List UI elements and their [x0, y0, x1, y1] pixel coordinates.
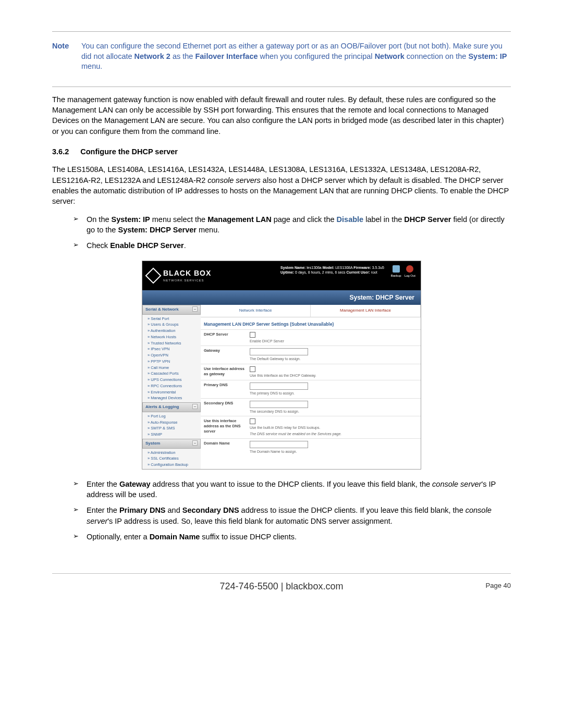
row-use-interface-gateway: Use interface address as gateway Use thi… — [201, 364, 421, 380]
logout-icon — [406, 265, 413, 273]
ss-sb-list-2: Port LogAuto-ResponseSMTP & SMSSNMP — [142, 412, 201, 439]
sidebar-item[interactable]: Auto-Response — [142, 419, 201, 426]
ss-sb-list-1: Serial PortUsers & GroupsAuthenticationN… — [142, 315, 201, 403]
tab-network-interface[interactable]: Network Interface — [201, 305, 311, 317]
bullet-item-2: Check Enable DHCP Server. — [73, 240, 511, 251]
sidebar-item[interactable]: Authentication — [142, 328, 201, 334]
ss-sb-header-alerts[interactable]: Alerts & Logging — [142, 402, 201, 412]
domain-name-input[interactable] — [250, 441, 308, 448]
use-interface-dns-checkbox[interactable] — [250, 418, 255, 424]
embedded-screenshot: BLACK BOX NETWORK SERVICES System Name: … — [142, 261, 421, 470]
ss-logo-text: BLACK BOX — [163, 268, 211, 278]
ss-section-title: Management LAN DHCP Server Settings (Sub… — [201, 317, 421, 329]
backup-icon — [393, 265, 400, 273]
note-box: Note You can configure the second Ethern… — [52, 37, 511, 76]
section-title: Configure the DHCP server — [80, 147, 178, 156]
ss-logo-sub: NETWORK SERVICES — [163, 278, 211, 282]
logout-button[interactable]: Log Out — [405, 265, 415, 278]
tab-management-lan[interactable]: Management LAN Interface — [311, 305, 421, 317]
row-use-interface-dns: Use this interface address as the DNS se… — [201, 416, 421, 438]
sidebar-item[interactable]: UPS Connections — [142, 377, 201, 383]
enable-dhcp-checkbox[interactable] — [250, 332, 255, 338]
use-interface-gateway-checkbox[interactable] — [250, 366, 255, 372]
section-heading: 3.6.2Configure the DHCP server — [52, 147, 511, 157]
section-number: 3.6.2 — [52, 147, 80, 156]
ss-sb-header-system[interactable]: System — [142, 439, 201, 449]
sidebar-item[interactable]: Port Log — [142, 413, 201, 419]
sidebar-item[interactable]: Serial Port — [142, 316, 201, 322]
ss-header-icons: Backup Log Out — [391, 265, 415, 278]
paragraph-2: The LES1508A, LES1408A, LES1416A, LES143… — [52, 164, 511, 206]
page-footer: 724-746-5500 | blackbox.com Page 40 — [52, 573, 511, 593]
gateway-input[interactable] — [250, 348, 308, 355]
ss-sb-list-3: AdministrationSSL CertificatesConfigurat… — [142, 449, 201, 469]
row-dhcp-server: DHCP Server Enable DHCP Server — [201, 329, 421, 346]
sidebar-item[interactable]: Environmental — [142, 389, 201, 396]
bullet-item-3: Enter the Gateway address that you want … — [73, 479, 511, 500]
note-label: Note — [52, 41, 81, 72]
sidebar-item[interactable]: Network Hosts — [142, 334, 201, 340]
footer-page-number: Page 40 — [486, 581, 511, 590]
diamond-icon — [145, 267, 161, 283]
sidebar-item[interactable]: Managed Devices — [142, 395, 201, 401]
bullet-item-4: Enter the Primary DNS and Secondary DNS … — [73, 505, 511, 526]
sidebar-item[interactable]: Users & Groups — [142, 322, 201, 328]
note-text: You can configure the second Ethernet po… — [81, 41, 511, 72]
ss-sb-header-serial[interactable]: Serial & Network — [142, 305, 201, 315]
bullet-item-1: On the System: IP menu select the Manage… — [73, 214, 511, 236]
ss-page-title: System: DHCP Server — [142, 290, 421, 305]
ss-header: BLACK BOX NETWORK SERVICES System Name: … — [142, 261, 421, 290]
row-secondary-dns: Secondary DNS The secondary DNS to assig… — [201, 398, 421, 416]
sidebar-item[interactable]: Trusted Networks — [142, 340, 201, 347]
row-primary-dns: Primary DNS The primary DNS to assign. — [201, 380, 421, 398]
sidebar-item[interactable]: OpenVPN — [142, 352, 201, 359]
sidebar-item[interactable]: RPC Connections — [142, 383, 201, 389]
sidebar-item[interactable]: SNMP — [142, 431, 201, 438]
sidebar-item[interactable]: Administration — [142, 450, 201, 456]
ss-logo: BLACK BOX NETWORK SERVICES — [148, 268, 211, 282]
row-gateway: Gateway The Default Gateway to assign. — [201, 346, 421, 363]
sidebar-item[interactable]: Call Home — [142, 365, 201, 371]
top-rule — [52, 31, 511, 32]
sidebar-item[interactable]: Configuration Backup — [142, 462, 201, 468]
backup-button[interactable]: Backup — [391, 265, 401, 278]
sidebar-item[interactable]: Cascaded Ports — [142, 371, 201, 377]
sidebar-item[interactable]: SMTP & SMS — [142, 425, 201, 431]
note-bottom-rule — [52, 87, 511, 87]
row-domain-name: Domain Name The Domain Name to assign. — [201, 438, 421, 456]
sidebar-item[interactable]: PPTP VPN — [142, 359, 201, 365]
paragraph-1: The management gateway function is now e… — [52, 94, 511, 137]
sidebar-item[interactable]: SSL Certificates — [142, 455, 201, 462]
primary-dns-input[interactable] — [250, 382, 308, 390]
ss-sidebar: Serial & Network Serial PortUsers & Grou… — [142, 305, 201, 469]
bullet-item-5: Optionally, enter a Domain Name suffix t… — [73, 532, 511, 542]
sidebar-item[interactable]: IPsec VPN — [142, 346, 201, 352]
ss-system-info: System Name: les1308a Model: LES1308A Fi… — [280, 265, 384, 275]
secondary-dns-input[interactable] — [250, 401, 308, 408]
footer-center: 724-746-5500 | blackbox.com — [220, 580, 344, 593]
ss-main: Network Interface Management LAN Interfa… — [201, 305, 421, 469]
